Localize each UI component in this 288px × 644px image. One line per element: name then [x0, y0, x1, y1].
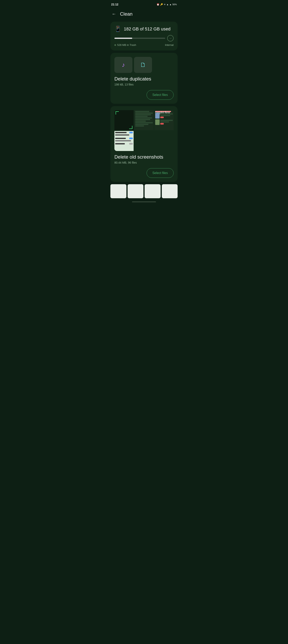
- trash-info: 528 MB in Trash: [114, 44, 136, 46]
- status-icons: ⏰ 🔑 ✳ ▲ ▲ 56%: [157, 3, 177, 6]
- internal-label: Internal: [165, 44, 174, 46]
- status-time: 21:12: [111, 3, 118, 6]
- top-bar: ← Clean: [108, 9, 180, 21]
- bottom-thumbnails: [108, 184, 180, 198]
- screenshot-1: [114, 110, 134, 130]
- duplicates-card: ♪ 🗋 Delete duplicates 198 kB, 13 files S…: [110, 53, 178, 104]
- storage-footer: 528 MB in Trash Internal: [114, 44, 174, 46]
- wifi-icon: ▲: [166, 3, 169, 6]
- status-bar: 21:12 ⏰ 🔑 ✳ ▲ ▲ 56%: [108, 0, 180, 9]
- ss-content-2: [134, 110, 154, 130]
- music-thumb: ♪: [114, 57, 132, 73]
- bottom-thumb-1: [110, 184, 126, 198]
- corner-tl: [116, 111, 119, 114]
- corner-br: [129, 126, 132, 129]
- screenshots-select-files-button[interactable]: Select files: [147, 168, 174, 178]
- duplicates-select-files-button[interactable]: Select files: [147, 90, 174, 100]
- screenshots-title: Delete old screenshots: [114, 154, 174, 160]
- screenshot-3: height:6px: [154, 110, 174, 130]
- duplicates-subtitle: 198 kB, 13 files: [114, 83, 174, 86]
- screenshot-4: [114, 131, 134, 151]
- storage-nav-button[interactable]: →: [167, 35, 174, 42]
- ss-content-3: height:6px: [154, 110, 174, 130]
- storage-bar-container: [114, 38, 165, 39]
- back-icon: ←: [112, 12, 116, 16]
- phone-icon: 📱: [114, 26, 121, 32]
- arrow-right-icon: →: [169, 36, 172, 40]
- storage-card: 📱 182 GB of 512 GB used → 528 MB in Tras…: [110, 22, 178, 50]
- trash-dot: [114, 44, 116, 46]
- bottom-thumb-4: [162, 184, 178, 198]
- bottom-nav-bar: [132, 202, 156, 202]
- duplicate-thumbnails: ♪ 🗋: [114, 57, 174, 73]
- alarm-icon: ⏰: [157, 3, 159, 6]
- key-icon: 🔑: [160, 3, 163, 6]
- storage-header: 📱 182 GB of 512 GB used: [114, 26, 174, 32]
- page-title: Clean: [120, 11, 133, 17]
- ss-content-4: [114, 131, 134, 151]
- storage-text: 182 GB of 512 GB used: [124, 26, 171, 32]
- battery-text: 56%: [172, 3, 177, 6]
- storage-bar-fill: [114, 38, 132, 39]
- screenshots-subtitle: 80.44 MB, 96 files: [114, 161, 174, 164]
- storage-bar-row: →: [114, 35, 174, 42]
- signal-icon: ▲: [169, 3, 172, 6]
- screenshots-grid: height:6px: [114, 110, 174, 151]
- screenshot-2: [134, 110, 154, 130]
- back-button[interactable]: ←: [110, 10, 118, 18]
- doc-icon: 🗋: [140, 62, 146, 68]
- bottom-thumb-3: [145, 184, 161, 198]
- bottom-thumb-2: [128, 184, 144, 198]
- screenshots-card: height:6px: [110, 106, 178, 182]
- bluetooth-icon: ✳: [164, 3, 166, 6]
- duplicates-title: Delete duplicates: [114, 76, 174, 82]
- music-icon: ♪: [122, 62, 125, 68]
- doc-thumb: 🗋: [134, 57, 152, 73]
- trash-text: 528 MB in Trash: [117, 44, 136, 46]
